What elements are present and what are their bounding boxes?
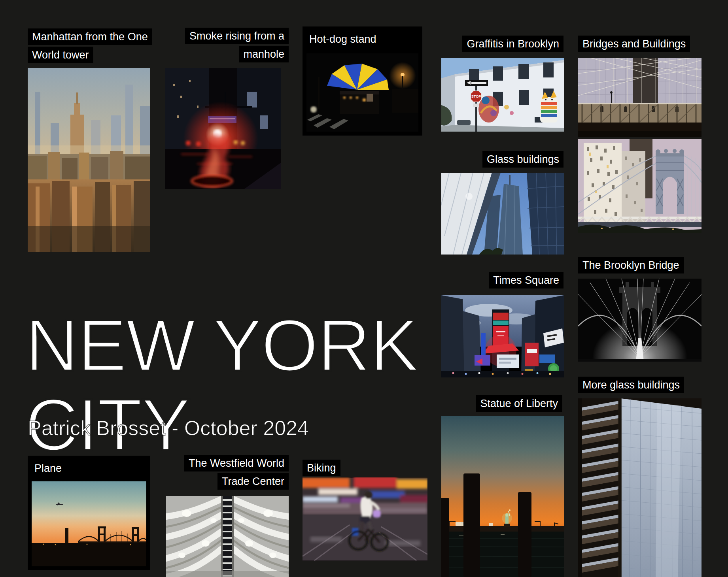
tile-plane: Plane <box>28 456 150 570</box>
caption-line: Trade Center <box>217 473 289 490</box>
caption-line: manhole <box>239 46 289 62</box>
more-glass-buildings-art <box>578 398 702 577</box>
manhattan-skyline-art <box>28 68 150 252</box>
caption-line: Manhattan from the One <box>28 28 152 45</box>
caption-manhattan: Manhattan from the One World tower <box>28 28 152 63</box>
westfield-oculus-art <box>166 496 289 577</box>
manhattan-bridge-tower-art <box>578 139 702 233</box>
photo-westfield-oculus[interactable] <box>166 496 289 577</box>
page-title: NEW YORKCITY <box>25 305 418 464</box>
tile-hot-dog-stand: Hot-dog stand <box>303 26 422 136</box>
caption-statue-of-liberty: Statue of Liberty <box>476 395 562 412</box>
hot-dog-stand-art <box>306 53 418 132</box>
caption-times-square: Times Square <box>489 272 563 288</box>
plane-art <box>32 481 146 566</box>
bridge-tower <box>656 149 684 214</box>
smoke-manhole-art <box>165 68 281 189</box>
statue-of-liberty-art <box>441 416 564 577</box>
photo-smoke-manhole[interactable] <box>165 68 281 189</box>
caption-line: Statue of Liberty <box>476 395 562 412</box>
svg-text:STOP: STOP <box>471 94 481 98</box>
photo-manhattan-bridge-tower[interactable] <box>578 139 702 233</box>
caption-more-glass-buildings: More glass buildings <box>578 377 684 393</box>
caption-line: Bridges and Buildings <box>578 36 690 52</box>
one-way-sign-icon <box>465 80 488 86</box>
caption-line: Times Square <box>489 272 563 288</box>
caption-westfield: The Westfield World Trade Center <box>184 455 289 490</box>
caption-line: More glass buildings <box>578 377 684 393</box>
photo-brooklyn-bridge-deck[interactable] <box>578 58 702 137</box>
photo-plane[interactable] <box>32 481 146 566</box>
caption-hot-dog-stand: Hot-dog stand <box>309 34 376 45</box>
page-subtitle: Patrick Brosset - October 2024 <box>28 416 309 440</box>
brooklyn-bridge-night-art <box>578 279 702 362</box>
photo-glass-buildings[interactable] <box>441 173 564 255</box>
glass-buildings-art <box>441 173 564 255</box>
biking-art <box>303 477 427 561</box>
photo-more-glass-buildings[interactable] <box>578 398 702 577</box>
caption-line: The Brooklyn Bridge <box>578 257 684 273</box>
photo-biking[interactable] <box>303 477 427 561</box>
gallery-page: Manhattan from the One World tower <box>0 0 728 577</box>
caption-line: The Westfield World <box>184 455 289 471</box>
photo-manhattan-skyline[interactable] <box>28 68 150 252</box>
caption-bridges-and-buildings: Bridges and Buildings <box>578 36 690 52</box>
caption-line: Graffitis in Brooklyn <box>462 36 563 52</box>
graffitis-brooklyn-art: STOP <box>441 58 564 132</box>
photo-statue-of-liberty[interactable] <box>441 416 564 577</box>
caption-biking: Biking <box>303 460 340 476</box>
times-square-art <box>441 295 564 377</box>
brooklyn-bridge-deck-art <box>578 58 702 137</box>
caption-line: Glass buildings <box>482 151 563 168</box>
caption-smoke: Smoke rising from a manhole <box>185 28 289 62</box>
caption-line: Biking <box>303 460 340 476</box>
caption-line: Smoke rising from a <box>185 28 289 44</box>
photo-brooklyn-bridge-night[interactable] <box>578 279 702 362</box>
photo-graffitis-brooklyn[interactable]: STOP <box>441 58 564 132</box>
title-line-1: NEW YORK <box>25 304 418 386</box>
caption-graffitis: Graffitis in Brooklyn <box>462 36 563 52</box>
photo-hot-dog-stand[interactable] <box>306 53 418 132</box>
caption-line: World tower <box>28 47 93 63</box>
caption-glass-buildings: Glass buildings <box>482 151 563 168</box>
caption-brooklyn-bridge: The Brooklyn Bridge <box>578 257 684 273</box>
caption-plane: Plane <box>34 463 62 474</box>
photo-times-square[interactable] <box>441 295 564 377</box>
